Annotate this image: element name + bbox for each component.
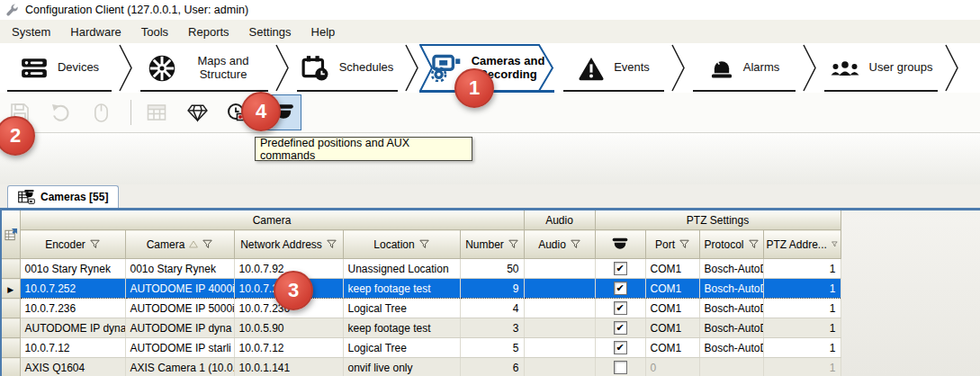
cell-ptz-address[interactable]: 1 <box>763 279 841 299</box>
table-row[interactable]: 10.0.7.252 AUTODOME IP 4000i 10.0.7.252 … <box>2 279 841 299</box>
ptz-checkbox[interactable] <box>614 361 627 374</box>
cell-ptz-enabled[interactable] <box>595 259 645 279</box>
menu-hardware[interactable]: Hardware <box>60 22 130 42</box>
cell-number[interactable]: 4 <box>460 299 524 318</box>
menu-reports[interactable]: Reports <box>178 22 239 42</box>
column-header-location[interactable]: Location <box>343 230 460 259</box>
cameras-page-tab[interactable]: Cameras [55] <box>7 185 119 208</box>
cell-encoder[interactable]: 10.0.7.12 <box>20 338 125 358</box>
cell-number[interactable]: 9 <box>460 279 524 299</box>
row-selector[interactable] <box>2 279 20 299</box>
cell-ptz-address[interactable]: 1 <box>763 259 841 279</box>
cell-encoder[interactable]: 001o Stary Rynek <box>20 259 125 279</box>
cell-camera[interactable]: AUTODOME IP 4000i <box>125 279 234 299</box>
nav-tab-user-groups[interactable]: User groups <box>817 43 945 93</box>
cell-camera[interactable]: 001o Stary Rynek <box>125 259 234 279</box>
cell-camera[interactable]: AUTODOME IP 5000i <box>125 299 234 318</box>
mouse-tool-button[interactable] <box>88 98 113 127</box>
table-row[interactable]: AUTODOME IP dyna AUTODOME IP dyna 10.0.5… <box>2 318 841 338</box>
column-header-protocol[interactable]: Protocol <box>699 230 763 259</box>
cell-protocol[interactable] <box>699 358 763 376</box>
cell-protocol[interactable]: Bosch-AutoDo <box>699 259 763 279</box>
cell-number[interactable]: 5 <box>460 338 524 358</box>
cell-port[interactable]: COM1 <box>645 279 699 299</box>
cell-audio[interactable] <box>524 318 595 338</box>
cell-audio[interactable] <box>524 259 595 279</box>
cell-location[interactable]: Logical Tree <box>343 338 460 358</box>
cell-encoder[interactable]: 10.0.7.252 <box>20 279 125 299</box>
table-view-button[interactable] <box>144 98 169 127</box>
table-row[interactable]: 001o Stary Rynek 001o Stary Rynek 10.0.7… <box>2 259 841 279</box>
cell-ptz-enabled[interactable] <box>595 318 645 338</box>
cell-protocol[interactable]: Bosch-AutoDo <box>699 338 763 358</box>
column-header-number[interactable]: Number <box>460 230 524 259</box>
row-selector[interactable] <box>2 358 20 376</box>
menu-tools[interactable]: Tools <box>131 22 178 42</box>
nav-tab-alarms[interactable]: Alarms <box>686 43 803 93</box>
column-header-ptz-address[interactable]: PTZ Addre... <box>763 230 841 259</box>
row-selector[interactable] <box>2 338 20 358</box>
cell-ptz-enabled[interactable] <box>595 338 645 358</box>
grid-corner-cell[interactable] <box>2 210 20 259</box>
cell-network-address[interactable]: 10.0.5.90 <box>234 318 343 338</box>
cell-ptz-enabled[interactable] <box>595 299 645 318</box>
column-header-ptz-enabled[interactable] <box>595 230 645 259</box>
cell-port[interactable]: COM1 <box>645 259 699 279</box>
cell-number[interactable]: 6 <box>460 358 524 376</box>
cell-audio[interactable] <box>524 299 595 318</box>
cell-camera[interactable]: AUTODOME IP starli <box>125 338 234 358</box>
column-header-audio[interactable]: Audio <box>524 230 595 259</box>
ptz-checkbox[interactable] <box>614 301 627 315</box>
cell-protocol[interactable]: Bosch-AutoDo <box>699 318 763 338</box>
cell-ptz-enabled[interactable] <box>595 358 645 376</box>
table-row[interactable]: AXIS Q1604 AXIS Camera 1 (10.0. 10.0.1.1… <box>2 358 841 376</box>
nav-tab-events[interactable]: Events <box>556 43 671 93</box>
table-row[interactable]: 10.0.7.236 AUTODOME IP 5000i 10.0.7.236 … <box>2 299 841 318</box>
cell-location[interactable]: keep footage test <box>343 318 460 338</box>
cell-network-address[interactable]: 10.0.1.141 <box>234 358 343 376</box>
cell-location[interactable]: Logical Tree <box>343 299 460 318</box>
ptz-checkbox[interactable] <box>614 321 627 335</box>
cell-audio[interactable] <box>524 279 595 299</box>
cell-location[interactable]: keep footage test <box>343 279 460 299</box>
nav-tab-schedules[interactable]: Schedules <box>290 43 405 93</box>
row-selector[interactable] <box>2 318 20 338</box>
cell-audio[interactable] <box>524 358 595 376</box>
nav-tab-maps-structure[interactable]: Maps and Structure <box>133 43 275 93</box>
cell-number[interactable]: 50 <box>460 259 524 279</box>
cell-port[interactable]: COM1 <box>645 338 699 358</box>
cell-port[interactable]: 0 <box>645 358 699 376</box>
row-selector[interactable] <box>2 259 20 279</box>
cell-ptz-address[interactable]: 1 <box>763 318 841 338</box>
cell-ptz-enabled[interactable] <box>595 279 645 299</box>
table-row[interactable]: 10.0.7.12 AUTODOME IP starli 10.0.7.12 L… <box>2 338 841 358</box>
ptz-checkbox[interactable] <box>614 282 627 295</box>
ptz-checkbox[interactable] <box>614 341 627 354</box>
nav-tab-devices[interactable]: Devices <box>0 43 119 93</box>
cell-network-address[interactable]: 10.0.7.12 <box>234 338 343 358</box>
cell-number[interactable]: 3 <box>460 318 524 338</box>
menu-system[interactable]: System <box>2 22 60 42</box>
cell-port[interactable]: COM1 <box>645 318 699 338</box>
cell-location[interactable]: Unassigned Location <box>343 259 460 279</box>
cell-ptz-address[interactable]: 1 <box>763 358 841 376</box>
undo-button[interactable] <box>48 98 73 127</box>
cell-encoder[interactable]: AUTODOME IP dyna <box>20 318 125 338</box>
cell-port[interactable]: COM1 <box>645 299 699 318</box>
column-header-encoder[interactable]: Encoder <box>20 230 125 259</box>
cell-ptz-address[interactable]: 1 <box>763 299 841 318</box>
column-header-port[interactable]: Port <box>645 230 699 259</box>
cell-encoder[interactable]: 10.0.7.236 <box>20 299 125 318</box>
cell-protocol[interactable]: Bosch-AutoDo <box>699 299 763 318</box>
cell-audio[interactable] <box>524 338 595 358</box>
ptz-checkbox[interactable] <box>614 262 627 275</box>
diamond-button[interactable] <box>184 98 210 127</box>
cell-camera[interactable]: AXIS Camera 1 (10.0. <box>125 358 234 376</box>
cell-location[interactable]: onvif live only <box>343 358 460 376</box>
cell-camera[interactable]: AUTODOME IP dyna <box>125 318 234 338</box>
menu-settings[interactable]: Settings <box>239 22 301 42</box>
row-selector[interactable] <box>2 299 20 318</box>
cell-ptz-address[interactable]: 1 <box>763 338 841 358</box>
menu-help[interactable]: Help <box>301 22 346 42</box>
column-header-camera[interactable]: Camera <box>125 230 234 259</box>
